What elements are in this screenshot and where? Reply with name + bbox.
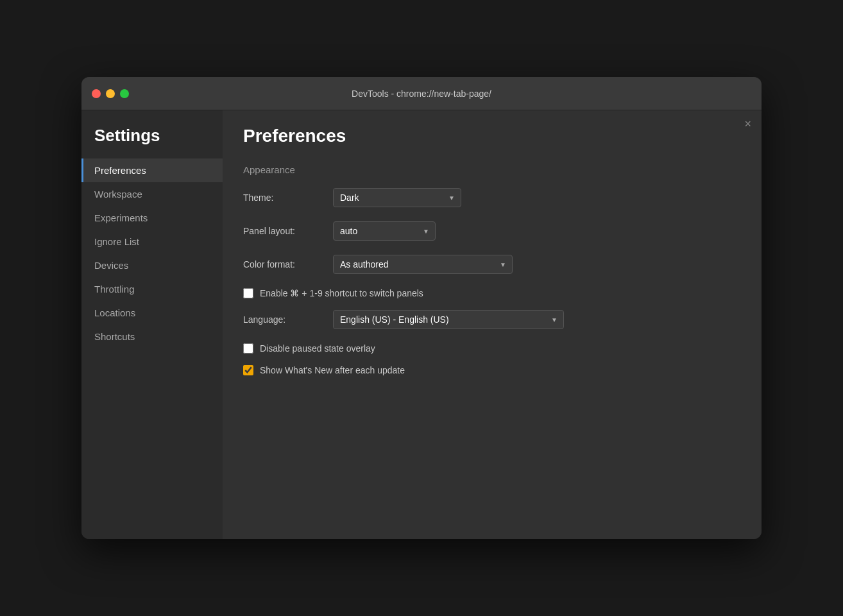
- sidebar: Settings Preferences Workspace Experimen…: [81, 110, 223, 539]
- sidebar-item-shortcuts[interactable]: Shortcuts: [81, 325, 223, 348]
- devtools-window: DevTools - chrome://new-tab-page/ Settin…: [81, 77, 762, 539]
- panel-title: Preferences: [243, 126, 741, 146]
- theme-label: Theme:: [243, 193, 333, 203]
- sidebar-item-devices[interactable]: Devices: [81, 253, 223, 277]
- disable-paused-overlay-label: Disable paused state overlay: [260, 343, 375, 354]
- panel-layout-select[interactable]: auto horizontal vertical: [333, 221, 436, 241]
- maximize-button[interactable]: [120, 89, 129, 98]
- language-select-wrapper: English (US) - English (US) System prefe…: [333, 310, 564, 329]
- main-panel: × Preferences Appearance Theme: Default …: [223, 110, 762, 539]
- disable-paused-overlay-checkbox[interactable]: [243, 343, 253, 354]
- color-format-row: Color format: As authored HEX RGB HSL: [243, 255, 741, 274]
- close-button[interactable]: [92, 89, 101, 98]
- sidebar-item-workspace[interactable]: Workspace: [81, 182, 223, 206]
- shortcut-panels-label: Enable ⌘ + 1-9 shortcut to switch panels: [260, 288, 423, 298]
- language-row: Language: English (US) - English (US) Sy…: [243, 310, 741, 329]
- theme-select[interactable]: Default Dark Light: [333, 188, 461, 207]
- show-whats-new-label: Show What's New after each update: [260, 365, 405, 375]
- shortcut-checkbox-row: Enable ⌘ + 1-9 shortcut to switch panels: [243, 288, 741, 298]
- sidebar-item-preferences[interactable]: Preferences: [81, 158, 223, 182]
- shortcut-panels-checkbox[interactable]: [243, 288, 253, 298]
- panel-layout-label: Panel layout:: [243, 226, 333, 236]
- paused-overlay-row: Disable paused state overlay: [243, 343, 741, 354]
- sidebar-item-ignore-list[interactable]: Ignore List: [81, 230, 223, 253]
- sidebar-item-experiments[interactable]: Experiments: [81, 206, 223, 230]
- panel-close-button[interactable]: ×: [744, 118, 751, 130]
- sidebar-item-locations[interactable]: Locations: [81, 301, 223, 325]
- traffic-lights: [92, 89, 129, 98]
- language-label: Language:: [243, 314, 333, 325]
- sidebar-item-throttling[interactable]: Throttling: [81, 277, 223, 301]
- titlebar: DevTools - chrome://new-tab-page/: [81, 77, 762, 110]
- theme-row: Theme: Default Dark Light: [243, 188, 741, 207]
- color-format-select[interactable]: As authored HEX RGB HSL: [333, 255, 513, 274]
- content-area: Settings Preferences Workspace Experimen…: [81, 110, 762, 539]
- sidebar-heading: Settings: [81, 126, 223, 158]
- whats-new-row: Show What's New after each update: [243, 365, 741, 375]
- minimize-button[interactable]: [106, 89, 115, 98]
- color-format-label: Color format:: [243, 259, 333, 270]
- section-appearance-title: Appearance: [243, 164, 741, 175]
- window-title: DevTools - chrome://new-tab-page/: [352, 89, 491, 99]
- theme-select-wrapper: Default Dark Light: [333, 188, 461, 207]
- language-select[interactable]: English (US) - English (US) System prefe…: [333, 310, 564, 329]
- show-whats-new-checkbox[interactable]: [243, 365, 253, 375]
- color-format-select-wrapper: As authored HEX RGB HSL: [333, 255, 513, 274]
- panel-layout-row: Panel layout: auto horizontal vertical: [243, 221, 741, 241]
- main-content: Preferences Appearance Theme: Default Da…: [223, 110, 762, 539]
- panel-layout-select-wrapper: auto horizontal vertical: [333, 221, 436, 241]
